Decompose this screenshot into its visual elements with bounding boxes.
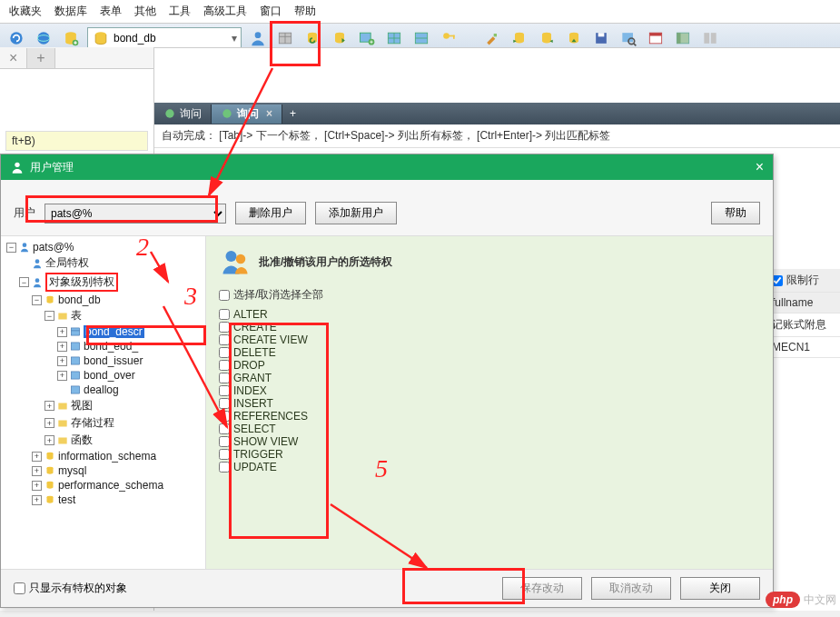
left-tab-close[interactable]: × [0,48,27,68]
tree-table[interactable]: +bond_over [57,368,203,383]
grid-icon[interactable] [383,27,405,49]
chevron-down-icon: ▾ [232,32,237,45]
priv-item[interactable]: CREATE VIEW [219,333,760,346]
user-icon[interactable] [247,27,269,49]
object-level-privs[interactable]: 对象级别特权 [45,273,118,292]
refresh-icon[interactable] [5,27,27,49]
user-select[interactable]: pats@% [44,204,226,224]
only-privileged-checkbox[interactable]: 只显示有特权的对象 [14,581,127,596]
query-tab-active[interactable]: 询问 × [212,104,282,124]
db-in-icon[interactable] [509,27,530,49]
find-icon[interactable] [618,27,639,49]
help-button[interactable]: 帮助 [711,202,760,224]
query-icon [163,107,176,120]
svg-point-40 [23,243,27,247]
dialog-bottom-bar: 只显示有特权的对象 保存改动 取消改动 关闭 [1,569,773,607]
priv-item[interactable]: DROP [219,359,760,372]
priv-item[interactable]: SHOW VIEW [219,435,760,448]
svg-point-42 [35,278,40,283]
grid2-icon[interactable] [410,27,432,49]
svg-line-30 [634,44,637,46]
svg-point-0 [10,32,22,44]
tree-table-selected[interactable]: +bond_descr [57,324,203,339]
svg-rect-44 [58,313,66,319]
close-icon[interactable]: × [266,107,272,120]
layout-icon[interactable] [699,27,721,49]
database-selector[interactable]: bond_db ▾ [87,27,242,49]
grid-plus-icon[interactable] [356,27,378,49]
dialog-title: 用户管理 [30,160,74,175]
cancel-changes-button[interactable]: 取消改动 [591,577,671,600]
priv-item[interactable]: UPDATE [219,461,760,473]
menu-item[interactable]: 其他 [134,4,156,19]
db-add-icon[interactable] [60,27,82,49]
menu-bar: 收藏夹 数据库 表单 其他 工具 高级工具 窗口 帮助 [0,0,840,24]
query-tab-bar: 询问 询问 × + [154,103,840,124]
db-out-icon[interactable] [536,27,558,49]
user-label: 用户 [14,205,35,221]
close-icon[interactable]: × [756,159,764,175]
db-export-icon[interactable] [329,27,351,49]
col-header: fullname [768,293,840,313]
tab-add[interactable]: + [282,107,303,120]
user-icon [10,160,25,174]
svg-rect-48 [71,357,79,364]
delete-user-button[interactable]: 删除用户 [235,202,306,224]
save-changes-button[interactable]: 保存改动 [502,577,582,600]
dialog-top-row: 用户 pats@% 删除用户 添加新用户 帮助 [1,180,773,232]
priv-item[interactable]: TRIGGER [219,448,760,461]
menu-item[interactable]: 数据库 [54,4,87,19]
db-refresh-icon[interactable] [301,27,323,49]
svg-point-37 [165,109,173,117]
close-button[interactable]: 关闭 [680,577,760,600]
site-watermark: php 中文网 [766,592,836,608]
right-data-panel: 限制行 fullname 记账式附息 MECN1 [767,269,840,378]
svg-rect-47 [71,343,79,350]
priv-item[interactable]: INSERT [219,397,760,410]
brush-icon[interactable] [481,27,503,49]
svg-point-19 [443,33,450,39]
data-row: MECN1 [768,337,840,358]
svg-rect-52 [58,420,66,426]
svg-point-58 [226,251,237,262]
shortcut-badge: ft+B) [5,131,148,151]
data-row: 记账式附息 [768,313,840,337]
object-tree[interactable]: −pats@% 全局特权 −对象级别特权 −bond_db −表 +bond_d… [1,236,206,569]
menu-item[interactable]: 高级工具 [203,4,247,19]
priv-item[interactable]: DELETE [219,346,760,359]
priv-item[interactable]: INDEX [219,384,760,397]
schedule-icon[interactable] [645,27,667,49]
limit-check[interactable]: 限制行 [768,269,840,293]
priv-item[interactable]: ALTER [219,308,760,321]
save-icon[interactable] [590,27,612,49]
privilege-list: ALTER CREATE CREATE VIEW DELETE DROP GRA… [219,308,760,473]
priv-item[interactable]: SELECT [219,423,760,435]
svg-rect-53 [58,437,66,443]
query-tab[interactable]: 询问 [154,104,212,124]
priv-item[interactable]: REFERENCES [219,410,760,423]
db-selected: bond_db [114,32,156,45]
globe-icon[interactable] [33,27,54,49]
svg-rect-36 [711,33,716,44]
priv-item[interactable]: CREATE [219,321,760,333]
menu-item[interactable]: 帮助 [294,4,316,19]
key-icon[interactable] [438,27,460,49]
select-all-checkbox[interactable]: 选择/取消选择全部 [219,287,760,303]
menu-item[interactable]: 窗口 [260,4,282,19]
db-down-icon[interactable] [563,27,585,49]
svg-point-59 [236,254,246,264]
tree-table[interactable]: +bond_issuer [57,353,203,368]
svg-rect-45 [71,328,79,335]
tree-table[interactable]: deallog [57,383,203,397]
priv-item[interactable]: GRANT [219,372,760,384]
add-user-button[interactable]: 添加新用户 [315,202,397,224]
menu-item[interactable]: 收藏夹 [9,4,42,19]
panel-icon[interactable] [672,27,694,49]
left-tab-add[interactable]: + [27,48,54,68]
menu-item[interactable]: 表单 [100,4,122,19]
tree-table[interactable]: +bond_eod_ [57,339,203,353]
privs-header: 批准/撤销该用户的所选特权 [259,254,392,270]
svg-rect-35 [704,33,709,44]
menu-item[interactable]: 工具 [169,4,191,19]
table-icon[interactable] [274,27,296,49]
